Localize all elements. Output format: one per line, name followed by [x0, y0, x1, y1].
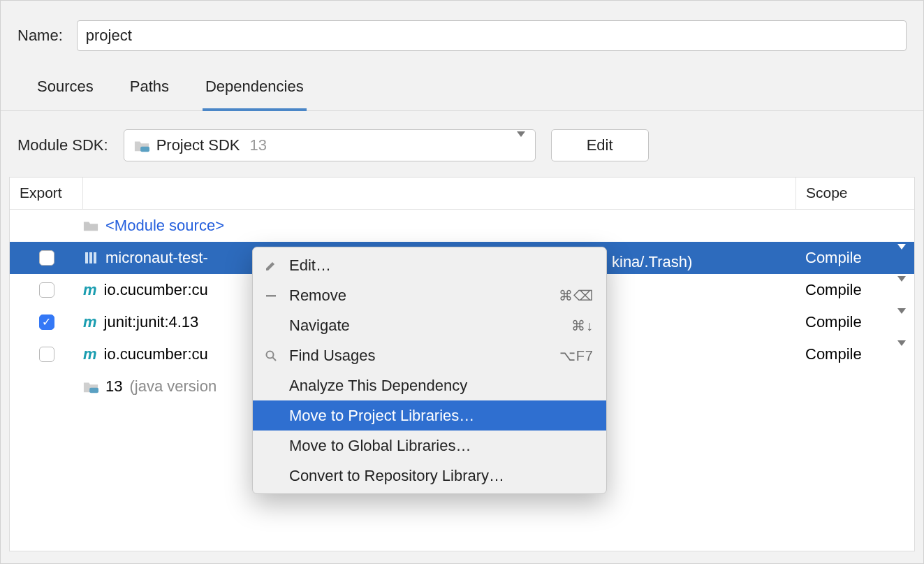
menu-edit[interactable]: Edit…	[253, 250, 606, 280]
menu-convert-repository-library[interactable]: Convert to Repository Library…	[253, 461, 606, 491]
header-scope[interactable]: Scope	[795, 178, 914, 209]
table-row[interactable]: <Module source>	[10, 210, 914, 242]
scope-caret-icon	[897, 314, 906, 330]
svg-rect-5	[266, 295, 276, 297]
selected-row-path-tail: kina/.Trash)	[612, 253, 692, 271]
shortcut-label: ⌘⌫	[559, 287, 594, 304]
export-cell	[10, 282, 83, 298]
scope-caret-icon	[897, 346, 906, 362]
name-row: Name:	[1, 1, 923, 58]
tab-dependencies[interactable]: Dependencies	[203, 78, 307, 111]
export-checkbox[interactable]	[39, 250, 54, 266]
svg-line-7	[273, 357, 277, 361]
dep-name: junit:junit:4.13	[104, 313, 199, 331]
sdk-selected-name: Project SDK	[156, 136, 240, 154]
scope-cell[interactable]: Compile	[795, 345, 914, 363]
module-sdk-row: Module SDK: Project SDK 13 Edit	[1, 111, 923, 177]
menu-move-project-libraries[interactable]: Move to Project Libraries…	[253, 400, 606, 431]
svg-rect-0	[140, 146, 149, 151]
export-cell: ✓	[10, 314, 83, 330]
edit-sdk-button[interactable]: Edit	[551, 129, 649, 161]
sdk-desc: (java version	[129, 377, 217, 396]
sdk-folder-icon	[83, 379, 98, 393]
svg-point-6	[267, 351, 274, 358]
export-checkbox[interactable]	[39, 282, 54, 298]
scope-cell[interactable]: Compile	[795, 281, 914, 299]
svg-rect-3	[94, 252, 96, 263]
maven-icon: m	[83, 347, 97, 362]
export-cell	[10, 250, 83, 266]
export-checkbox[interactable]: ✓	[39, 314, 54, 330]
sdk-folder-icon	[134, 138, 149, 152]
shortcut-label: ⌘↓	[571, 317, 594, 334]
library-icon	[83, 251, 98, 265]
context-menu: Edit… Remove ⌘⌫ Navigate ⌘↓ Find Usages …	[252, 247, 607, 494]
scope-caret-icon	[897, 282, 906, 298]
menu-find-usages[interactable]: Find Usages ⌥F7	[253, 340, 606, 370]
svg-rect-4	[89, 387, 98, 392]
svg-rect-2	[89, 252, 92, 263]
export-cell	[10, 347, 83, 362]
scope-cell[interactable]: Compile	[795, 313, 914, 331]
scope-label: Compile	[805, 281, 862, 299]
dropdown-caret-icon	[517, 137, 525, 153]
check-icon: ✓	[42, 317, 51, 328]
scope-label: Compile	[805, 313, 862, 331]
maven-icon: m	[83, 282, 97, 298]
name-label: Name:	[17, 27, 63, 45]
table-header: Export Scope	[10, 178, 914, 210]
module-source-label: <Module source>	[105, 217, 224, 235]
menu-analyze-dependency[interactable]: Analyze This Dependency	[253, 370, 606, 400]
dep-name: micronaut-test-	[105, 249, 208, 267]
minus-icon	[263, 289, 279, 302]
folder-icon	[83, 219, 98, 232]
menu-move-global-libraries[interactable]: Move to Global Libraries…	[253, 431, 606, 461]
module-name-input[interactable]	[77, 20, 907, 51]
dep-name: io.cucumber:cu	[104, 281, 208, 299]
scope-label: Compile	[805, 249, 862, 267]
module-sdk-label: Module SDK:	[17, 136, 108, 154]
header-export[interactable]: Export	[10, 178, 83, 209]
pencil-icon	[263, 259, 279, 272]
svg-rect-1	[85, 252, 88, 263]
scope-caret-icon	[897, 250, 906, 266]
menu-navigate[interactable]: Navigate ⌘↓	[253, 310, 606, 340]
tab-sources[interactable]: Sources	[34, 78, 96, 110]
maven-icon: m	[83, 314, 97, 330]
tabs-row: Sources Paths Dependencies	[1, 58, 923, 111]
name-cell: <Module source>	[83, 217, 795, 235]
scope-label: Compile	[805, 345, 862, 363]
module-sdk-dropdown[interactable]: Project SDK 13	[124, 129, 536, 161]
sdk-selected-version: 13	[249, 136, 266, 154]
scope-cell[interactable]: Compile	[795, 249, 914, 267]
menu-remove[interactable]: Remove ⌘⌫	[253, 280, 606, 310]
tab-paths[interactable]: Paths	[127, 78, 172, 110]
dep-name: io.cucumber:cu	[104, 345, 208, 363]
shortcut-label: ⌥F7	[559, 347, 594, 364]
search-icon	[263, 349, 279, 362]
sdk-number: 13	[105, 377, 122, 396]
export-checkbox[interactable]	[39, 347, 54, 362]
